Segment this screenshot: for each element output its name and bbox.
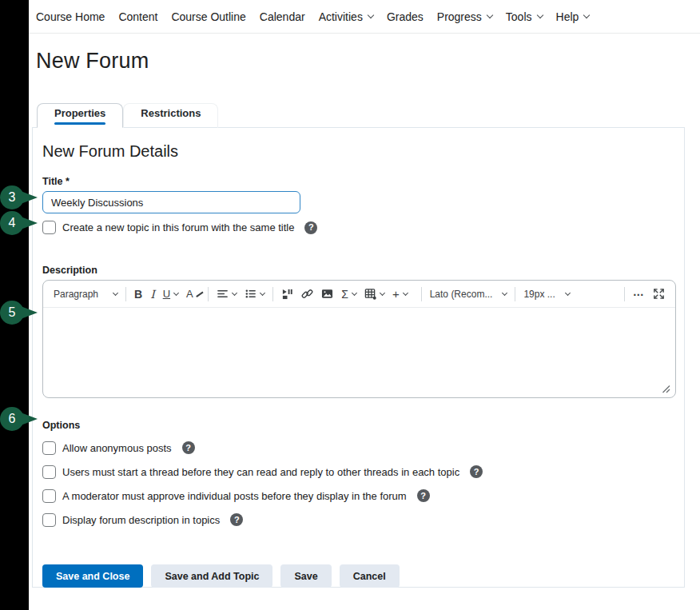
tab-label: Properties — [54, 107, 105, 119]
marker-number: 3 — [0, 185, 24, 209]
display-description-checkbox[interactable] — [42, 513, 56, 527]
font-size-label: 19px ... — [523, 289, 555, 300]
fullscreen-icon — [653, 288, 665, 300]
toolbar-divider — [515, 287, 515, 301]
toolbar-divider — [421, 287, 422, 301]
title-label-text: Title — [42, 176, 62, 187]
nav-tools-dropdown[interactable]: Tools — [506, 10, 543, 23]
nav-course-home[interactable]: Course Home — [36, 10, 105, 23]
course-navbar: Course Home Content Course Outline Calen… — [29, 0, 700, 34]
tab-restrictions[interactable]: Restrictions — [123, 103, 218, 128]
nav-label: Tools — [506, 10, 532, 23]
font-family-dropdown[interactable]: Lato (Recom... — [426, 285, 511, 303]
nav-label: Course Home — [36, 10, 105, 23]
toolbar-divider — [208, 287, 209, 301]
save-and-close-button[interactable]: Save and Close — [42, 564, 143, 588]
option-label: A moderator must approve individual post… — [62, 490, 407, 502]
nav-activities-dropdown[interactable]: Activities — [319, 10, 373, 23]
insert-other-dropdown-button[interactable]: + — [388, 284, 412, 304]
italic-button[interactable]: I — [146, 285, 159, 304]
chevron-down-icon — [502, 290, 507, 296]
allow-anonymous-checkbox[interactable] — [42, 441, 56, 455]
chevron-down-icon — [583, 11, 590, 18]
editor-toolbar: Paragraph B I U A — [43, 281, 675, 308]
bold-label: B — [134, 288, 142, 301]
chevron-down-icon — [232, 290, 237, 296]
tab-properties[interactable]: Properties — [37, 103, 123, 128]
insert-image-button[interactable] — [317, 285, 337, 303]
chevron-down-icon — [368, 11, 374, 18]
resize-handle-icon[interactable] — [661, 384, 671, 394]
toolbar-divider — [624, 287, 625, 301]
chevron-down-icon — [260, 290, 265, 296]
option-row: Allow anonymous posts ? — [42, 441, 674, 455]
image-icon — [321, 288, 333, 300]
insert-stuff-button[interactable] — [277, 285, 297, 303]
nav-progress-dropdown[interactable]: Progress — [437, 10, 492, 23]
nav-help-dropdown[interactable]: Help — [556, 10, 590, 23]
font-color-button[interactable]: A — [182, 285, 204, 303]
equation-dropdown-button[interactable]: Σ — [337, 285, 360, 304]
help-icon[interactable]: ? — [230, 513, 243, 526]
annotation-marker-3: 3 — [0, 185, 38, 209]
bold-button[interactable]: B — [130, 285, 146, 304]
nav-label: Calendar — [260, 10, 305, 23]
save-button[interactable]: Save — [280, 564, 331, 588]
help-icon[interactable]: ? — [182, 441, 195, 454]
chevron-down-icon — [403, 290, 408, 296]
fullscreen-button[interactable] — [649, 285, 669, 303]
align-dropdown-button[interactable] — [213, 285, 241, 303]
description-editor: Paragraph B I U A — [42, 280, 676, 398]
nav-label: Help — [556, 10, 579, 23]
insert-plus-icon: + — [392, 287, 400, 301]
help-icon[interactable]: ? — [417, 489, 430, 502]
annotation-marker-4: 4 — [0, 211, 38, 235]
toolbar-divider — [125, 287, 126, 301]
nav-label: Activities — [319, 10, 363, 23]
paragraph-label: Paragraph — [54, 289, 98, 300]
moderator-approval-checkbox[interactable] — [42, 489, 56, 503]
main-area: Course Home Content Course Outline Calen… — [29, 0, 700, 588]
section-heading: New Forum Details — [42, 142, 674, 161]
cancel-button[interactable]: Cancel — [340, 564, 400, 588]
table-icon — [364, 288, 376, 300]
font-size-dropdown[interactable]: 19px ... — [519, 285, 573, 303]
font-color-label: A — [186, 288, 193, 300]
nav-label: Progress — [437, 10, 482, 23]
nav-content[interactable]: Content — [118, 10, 157, 23]
help-icon[interactable]: ? — [304, 221, 317, 234]
equation-icon: Σ — [341, 288, 348, 301]
title-field-label: Title * — [42, 176, 674, 187]
tab-label: Restrictions — [141, 107, 201, 119]
chevron-down-icon — [352, 290, 357, 296]
underline-dropdown-button[interactable]: U — [159, 285, 182, 303]
insert-stuff-icon — [281, 288, 293, 300]
help-icon[interactable]: ? — [470, 465, 483, 478]
underline-label: U — [163, 288, 170, 300]
annotation-marker-6: 6 — [0, 407, 38, 431]
chevron-down-icon — [565, 290, 571, 296]
insert-link-button[interactable] — [297, 285, 317, 303]
list-dropdown-button[interactable] — [241, 285, 268, 303]
same-title-checkbox[interactable] — [42, 221, 56, 234]
tab-bar: Properties Restrictions — [37, 103, 700, 128]
title-input[interactable] — [42, 191, 300, 213]
paragraph-format-dropdown[interactable]: Paragraph — [50, 285, 121, 303]
nav-label: Grades — [387, 10, 424, 23]
chevron-down-icon — [536, 11, 543, 18]
nav-calendar[interactable]: Calendar — [260, 10, 305, 23]
link-icon — [301, 288, 313, 300]
description-editor-content[interactable] — [43, 308, 675, 385]
italic-label: I — [150, 288, 155, 301]
action-buttons: Save and Close Save and Add Topic Save C… — [42, 564, 674, 588]
nav-course-outline[interactable]: Course Outline — [171, 10, 245, 23]
option-label: Allow anonymous posts — [62, 442, 172, 454]
table-dropdown-button[interactable] — [360, 285, 388, 303]
marker-number: 6 — [0, 407, 24, 431]
description-label: Description — [42, 265, 674, 276]
more-actions-button[interactable]: ⋯ — [629, 285, 649, 304]
save-and-add-topic-button[interactable]: Save and Add Topic — [151, 564, 272, 588]
must-start-thread-checkbox[interactable] — [42, 465, 56, 479]
nav-grades[interactable]: Grades — [387, 10, 424, 23]
option-row: Display forum description in topics ? — [42, 512, 674, 527]
